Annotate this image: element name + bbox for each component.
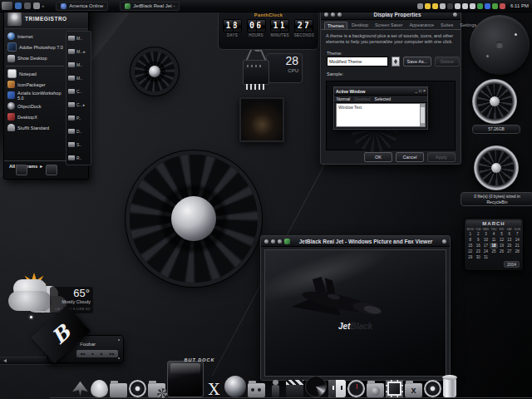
hard-drive-icon[interactable] [472,79,517,124]
window-button-icon[interactable] [331,12,335,17]
dock-x-folder-icon[interactable]: x [405,383,422,397]
sample-window-titlebar: Active Window _ □ × [334,87,427,96]
delete-button[interactable]: Delete [435,57,460,66]
tray-search-icon[interactable] [440,3,446,9]
display-properties-tab[interactable]: Desktop [349,22,371,29]
cancel-button[interactable]: Cancel [396,152,424,162]
weather-widget[interactable]: 65° Mostly Cloudy CA | FEELS LIKE 65° [7,273,100,316]
dock-face-folder-icon[interactable] [367,383,384,397]
dock-black-glass-panel-icon[interactable] [167,361,204,397]
start-item-photoshop[interactable]: Adobe Photoshop 7.0 [6,42,64,52]
start-right-item-4[interactable]: M.. [68,74,89,82]
calendar-date: 31 [482,254,490,260]
calendar-date: 16 [474,243,481,249]
dock-documents-folder-icon[interactable] [110,383,127,397]
calendar-widget[interactable]: MARCH MONTUEWEDTHUFRISATSUN 123456789101… [464,218,524,271]
display-properties-tab[interactable]: Suites [438,22,456,29]
window-button-icon[interactable] [324,12,328,17]
theme-dropdown[interactable]: Modified Theme [327,57,388,66]
start-right-item-3[interactable]: M.. [68,61,89,69]
start-right-item-7[interactable]: P.. [68,114,89,122]
dock-turbine-dial-icon[interactable] [129,380,146,397]
tray-zoom3-icon[interactable] [470,3,475,9]
panthclock-widget[interactable]: PanthClock 18 DAYS 06 HOURS 11 MINUTES 2… [218,10,319,50]
start-menu-item-icon [7,113,15,121]
start-button[interactable] [2,2,12,10]
window-button-icon[interactable] [271,239,275,244]
tray-plus-icon[interactable] [417,3,423,9]
start-right-item-6[interactable]: C.. ▸ [68,101,89,109]
start-item-stuffit[interactable]: StuffIt Standard [6,122,64,133]
theme-dropdown-spinner[interactable] [392,57,400,66]
start-right-item-5[interactable]: C.. [68,87,89,96]
display-properties-tab[interactable]: Screen Saver [372,22,405,29]
player-button[interactable]: ▶ [101,352,103,356]
window-close-icon[interactable] [442,239,446,244]
start-item-axialis[interactable]: Axialis IconWorkshop 5.0 [6,90,64,101]
start-item-iconpackager[interactable]: IconPackager [6,79,64,90]
taskbar-item-america-online[interactable]: America Online [56,2,108,11]
start-item-notepad[interactable]: Notepad [6,68,64,79]
taskbar-clock[interactable]: 6:11 PM [510,3,529,8]
window-button-icon[interactable] [278,239,282,244]
display-properties-tab[interactable]: Themes [324,22,347,29]
dock-gauge-icon[interactable] [347,380,365,397]
shut-down-icon[interactable] [46,165,57,175]
viewer-titlebar[interactable]: JetBlack Real Jet - Windows Picture and … [261,236,450,247]
dock-letter-x-app-icon[interactable]: X [205,380,223,397]
speaker-icon [3,359,7,362]
tray-app-icon[interactable] [447,3,453,9]
dock-silver-dial-icon[interactable] [424,380,441,397]
dock-jet-model-icon[interactable] [71,380,89,397]
window-button-icon[interactable] [264,239,268,244]
recycle-bin-icon[interactable] [474,145,519,190]
wallpaper-turbine-large [130,155,258,283]
start-item-internet[interactable]: Internet [6,31,64,42]
start-item-desktopx[interactable]: DesktopX [6,111,64,122]
dock-finder-face-icon[interactable] [328,380,346,397]
log-off-icon[interactable] [16,165,27,175]
dock-bowl-icon[interactable] [91,380,108,397]
player-button[interactable]: ◀◀ [80,352,85,356]
tray-zoom1-icon[interactable] [455,3,461,9]
player-button[interactable]: ▶▶ [110,352,115,356]
tray-message-icon[interactable] [500,3,505,9]
apply-button[interactable]: Apply [427,152,456,162]
tray-zoom2-icon[interactable] [462,3,468,9]
dock-eyes-folder-icon[interactable] [248,383,265,397]
dock-glass-sphere-icon[interactable] [224,376,246,397]
dock-icon-glyph [286,380,303,397]
tray-update-icon[interactable] [492,3,498,9]
quicklaunch-browser-icon[interactable] [15,2,22,9]
start-right-item-8[interactable]: D.. [68,127,89,135]
dock-clapperboard-icon[interactable] [286,380,303,397]
window-close-icon[interactable] [453,12,457,17]
dock-gear-folder-icon[interactable] [148,383,165,397]
quicklaunch-mail-icon[interactable] [24,2,31,9]
save-as-button[interactable]: Save As... [403,57,431,66]
dock-stamp-frame-icon[interactable] [386,380,403,397]
start-item-objectdock[interactable]: ObjectDock [6,101,64,111]
quicklaunch-chevron-icon[interactable]: » [42,3,44,8]
start-item-show-desktop[interactable]: Show Desktop [6,52,64,66]
start-right-item-2[interactable]: M.. ▸ [68,47,89,56]
start-right-item-10[interactable]: R.. [68,154,89,162]
player-button[interactable]: ■ [91,352,93,356]
window-button-icon[interactable] [337,12,342,17]
display-properties-tab[interactable]: Appearance [406,22,436,29]
sample-text-area: Window Text [336,103,426,127]
tray-volume-icon[interactable] [485,3,490,9]
dock-trash-icon[interactable] [443,377,456,397]
tray-network-icon[interactable] [477,3,483,9]
start-right-item-9[interactable]: S.. [68,140,89,149]
start-right-item-1[interactable]: M.. [68,34,89,42]
tray-messenger-icon[interactable] [425,3,431,9]
quicklaunch-media-icon[interactable] [33,2,40,9]
display-properties-tab[interactable]: Settings [457,22,479,29]
dock-cone-speaker-icon[interactable] [305,376,327,397]
clock-digit-label: DAYS [227,33,238,37]
dock-figure-icon[interactable] [267,380,284,397]
taskbar-item-jetblack[interactable]: JetBlack Real Jet - [120,2,180,11]
tray-messenger2-icon[interactable] [432,3,438,9]
ok-button[interactable]: OK [364,152,392,162]
